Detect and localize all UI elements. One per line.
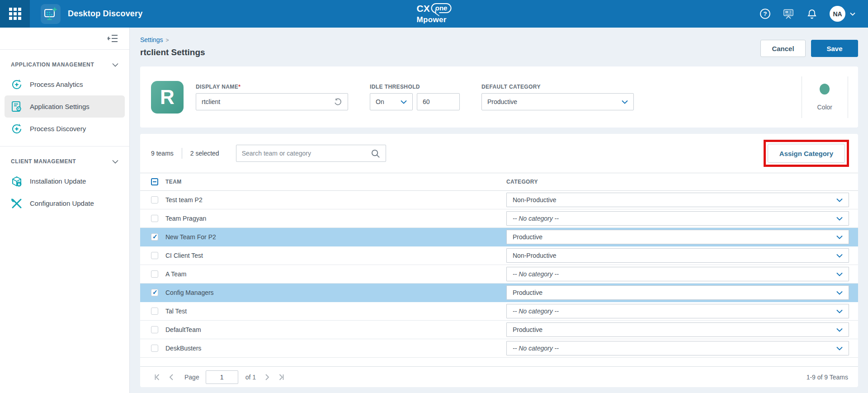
page-title: rtclient Settings <box>140 47 205 57</box>
category-dropdown[interactable]: Productive <box>506 322 849 337</box>
required-asterisk: * <box>238 84 241 90</box>
notifications-bell-icon[interactable] <box>806 8 818 20</box>
chevron-down-icon <box>836 328 843 332</box>
brand-one-bubble: one <box>431 3 452 13</box>
row-checkbox[interactable] <box>151 326 158 333</box>
client-settings-card: R DISPLAY NAME* rtclient IDLE THRESHOLD … <box>140 66 858 128</box>
sidebar-item-application-settings[interactable]: Application Settings <box>5 95 125 118</box>
assign-category-button[interactable]: Assign Category <box>768 144 845 163</box>
category-value: -- No category -- <box>513 345 559 352</box>
display-name-value: rtclient <box>202 98 220 105</box>
table-row[interactable]: Tal Test -- No category -- <box>140 302 858 321</box>
chevron-down-icon <box>836 309 843 313</box>
table-row[interactable]: DefaultTeam Productive <box>140 321 858 339</box>
table-row[interactable]: Config Managers Productive <box>140 284 858 302</box>
app-grid-icon <box>9 8 21 20</box>
next-page-icon[interactable] <box>261 371 273 383</box>
pagination-bar: Page of 1 1-9 of 9 Teams <box>140 366 858 387</box>
results-range: 1-9 of 9 Teams <box>807 374 848 381</box>
configuration-update-icon <box>11 198 23 209</box>
page-number-input[interactable] <box>206 370 238 384</box>
category-dropdown[interactable]: Non-Productive <box>506 248 849 263</box>
row-checkbox[interactable] <box>151 196 158 204</box>
team-name: Config Managers <box>165 289 499 296</box>
reset-icon[interactable] <box>334 98 342 106</box>
section-client-management[interactable]: CLIENT MANAGEMENT <box>0 147 129 170</box>
row-checkbox[interactable] <box>151 233 158 241</box>
chevron-down-icon <box>112 160 118 164</box>
category-dropdown[interactable]: -- No category -- <box>506 267 849 281</box>
first-page-icon[interactable] <box>151 371 163 383</box>
idle-threshold-toggle[interactable]: On <box>370 93 413 110</box>
application-settings-icon <box>11 101 23 113</box>
table-row[interactable]: CI Client Test Non-Productive <box>140 246 858 265</box>
app-title: Desktop Discovery <box>68 9 142 19</box>
client-avatar: R <box>151 81 184 114</box>
sidebar-item-configuration-update[interactable]: Configuration Update <box>5 192 125 214</box>
collapse-sidebar-icon[interactable] <box>108 34 118 43</box>
sidebar-item-process-analytics[interactable]: Process Analytics <box>5 73 125 95</box>
row-checkbox[interactable] <box>151 345 158 352</box>
category-dropdown[interactable]: Non-Productive <box>506 193 849 207</box>
idle-threshold-label: IDLE THRESHOLD <box>370 84 460 90</box>
table-row[interactable]: New Team For P2 Productive <box>140 228 858 246</box>
help-icon[interactable]: ? <box>759 8 771 20</box>
toolbar-divider <box>182 148 182 159</box>
whats-new-board-icon[interactable] <box>783 8 794 20</box>
category-dropdown[interactable]: Productive <box>506 230 849 244</box>
table-spacer <box>140 358 858 366</box>
chevron-down-icon <box>849 10 856 18</box>
select-all-checkbox[interactable] <box>151 178 158 185</box>
page-label: Page <box>184 374 199 381</box>
color-swatch[interactable] <box>820 84 830 95</box>
color-label: Color <box>817 104 832 111</box>
row-checkbox[interactable] <box>151 289 158 296</box>
save-button[interactable]: Save <box>811 40 858 57</box>
team-name: Tal Test <box>165 308 499 315</box>
display-name-label: DISPLAY NAME* <box>196 84 348 90</box>
table-row[interactable]: A Team -- No category -- <box>140 265 858 284</box>
row-checkbox[interactable] <box>151 252 158 259</box>
row-checkbox[interactable] <box>151 215 158 222</box>
sidebar-item-process-discovery[interactable]: Process Discovery <box>5 118 125 140</box>
monitor-sparkle-icon <box>43 7 58 21</box>
app-launcher-button[interactable] <box>0 0 30 28</box>
main-content: Settings> rtclient Settings Cancel Save … <box>130 28 868 393</box>
sidebar-item-installation-update[interactable]: Installation Update <box>5 170 125 192</box>
section-application-management[interactable]: APPLICATION MANAGEMENT <box>0 50 129 73</box>
installation-update-icon <box>11 175 23 187</box>
search-icon <box>371 149 380 158</box>
idle-threshold-seconds-field[interactable]: 60 <box>417 93 460 110</box>
category-dropdown[interactable]: Productive <box>506 285 849 300</box>
category-dropdown[interactable]: -- No category -- <box>506 304 849 318</box>
last-page-icon[interactable] <box>276 371 288 383</box>
svg-text:?: ? <box>763 10 767 17</box>
category-value: Productive <box>513 233 542 241</box>
category-value: -- No category -- <box>513 308 559 315</box>
table-row[interactable]: Team Pragyan -- No category -- <box>140 209 858 228</box>
chevron-down-icon <box>836 235 843 239</box>
row-checkbox[interactable] <box>151 270 158 278</box>
previous-page-icon[interactable] <box>165 371 177 383</box>
team-name: CI Client Test <box>165 252 499 259</box>
row-checkbox[interactable] <box>151 308 158 315</box>
chevron-down-icon <box>836 272 843 276</box>
team-name: DefaultTeam <box>165 326 499 333</box>
display-name-field[interactable]: rtclient <box>196 93 348 110</box>
category-dropdown[interactable]: -- No category -- <box>506 211 849 226</box>
breadcrumb-settings-link[interactable]: Settings <box>140 36 163 43</box>
user-menu[interactable]: NA <box>830 6 856 22</box>
category-dropdown[interactable]: -- No category -- <box>506 341 849 355</box>
brand-mpower: Mpower <box>417 16 452 24</box>
color-picker[interactable]: Color <box>802 76 848 118</box>
table-row[interactable]: Test team P2 Non-Productive <box>140 191 858 209</box>
default-category-dropdown[interactable]: Productive <box>481 93 634 110</box>
search-input[interactable] <box>242 150 371 157</box>
team-search[interactable] <box>236 145 386 162</box>
teams-card: 9 teams 2 selected Assign Category TEAM … <box>140 134 858 387</box>
team-name: DeskBusters <box>165 345 499 352</box>
cancel-button[interactable]: Cancel <box>760 40 806 57</box>
teams-toolbar: 9 teams 2 selected Assign Category <box>140 134 858 173</box>
team-name: A Team <box>165 270 499 278</box>
table-row[interactable]: DeskBusters -- No category -- <box>140 339 858 358</box>
